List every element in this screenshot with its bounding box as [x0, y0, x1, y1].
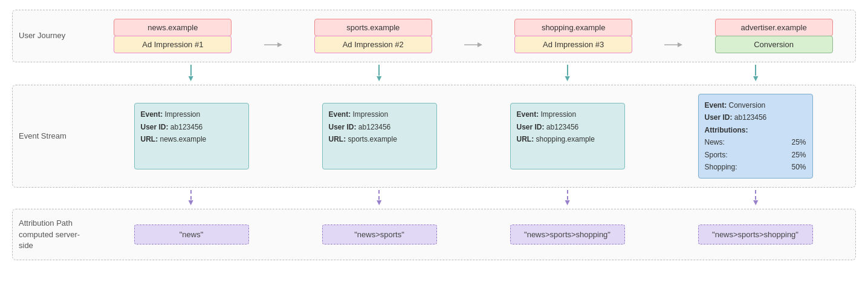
journey-impression-2: Ad Impression #2 [314, 36, 432, 53]
purple-vert-3: ▼ [567, 190, 568, 206]
event-line-2: Event: Impression [329, 108, 430, 120]
main-diagram: User Journey news.example Ad Impression … [0, 0, 868, 270]
purple-arrow-2: ▼ [375, 198, 383, 206]
journey-impression-1: Ad Impression #1 [114, 36, 232, 53]
event-box-1: Event: Impression User ID: ab123456 URL:… [134, 103, 249, 169]
svg-marker-5 [678, 42, 682, 47]
journey-item-4: advertiser.example Conversion [710, 19, 837, 53]
userid-line-1: User ID: ab123456 [141, 121, 242, 133]
journey-site-3: shopping.example [514, 19, 632, 36]
event-stream-row: Event Stream Event: Impression User ID: … [12, 85, 856, 188]
teal-vert-1: ▼ [190, 65, 192, 82]
journey-conversion-4: Conversion [715, 36, 833, 53]
event-line-4: Event: Conversion [705, 99, 806, 111]
teal-vert-2: ▼ [378, 65, 380, 82]
teal-conn-1: ▼ [128, 65, 254, 82]
teal-vert-3: ▼ [567, 65, 568, 82]
teal-arrow-2: ▼ [375, 74, 383, 82]
purple-conn-2: ▼ [316, 190, 442, 206]
event-items: Event: Impression User ID: ab123456 URL:… [97, 94, 849, 179]
purple-vert-2: ▼ [378, 190, 380, 206]
purple-conn-4: ▼ [692, 190, 819, 206]
purple-arrow-4: ▼ [751, 198, 760, 206]
teal-vert-4: ▼ [755, 65, 756, 82]
teal-conn-2: ▼ [316, 65, 442, 82]
event-box-2: Event: Impression User ID: ab123456 URL:… [322, 103, 437, 169]
path-box-3: "news>sports>shopping" [510, 225, 625, 244]
userid-line-3: User ID: ab123456 [517, 121, 618, 133]
path-items: "news" "news>sports" "news>sports>shoppi… [97, 218, 849, 251]
svg-marker-1 [277, 42, 282, 47]
purple-arrow-1: ▼ [187, 198, 195, 206]
journey-site-2: sports.example [314, 19, 432, 36]
url-line-2: URL: sports.example [329, 133, 430, 145]
journey-site-1: news.example [114, 19, 232, 36]
user-journey-label: User Journey [19, 19, 97, 53]
purple-conn-3: ▼ [504, 190, 631, 206]
purple-vert-1: ▼ [190, 190, 192, 206]
attr-news: News: 25% [705, 136, 806, 148]
journey-item-1: news.example Ad Impression #1 [109, 19, 236, 53]
event-box-3: Event: Impression User ID: ab123456 URL:… [510, 103, 625, 169]
h-arrow-2 [461, 41, 486, 49]
teal-conn-4: ▼ [692, 65, 819, 82]
teal-arrow-3: ▼ [563, 74, 572, 82]
journey-impression-3: Ad Impression #3 [514, 36, 632, 53]
teal-connector-row: ▼ ▼ ▼ ▼ [12, 62, 856, 85]
attr-sports: Sports: 25% [705, 149, 806, 161]
teal-arrow-4: ▼ [751, 74, 760, 82]
event-box-4: Event: Conversion User ID: ab123456 Attr… [698, 94, 813, 179]
path-box-2: "news>sports" [322, 225, 437, 244]
journey-items: news.example Ad Impression #1 sports.exa… [97, 19, 849, 53]
event-line-3: Event: Impression [517, 108, 618, 120]
teal-conn-3: ▼ [504, 65, 631, 82]
attribution-path-row: Attribution Path computed server-side "n… [12, 209, 856, 260]
attribution-path-label: Attribution Path computed server-side [19, 218, 97, 251]
event-stream-label: Event Stream [19, 94, 97, 179]
purple-conn-1: ▼ [128, 190, 254, 206]
path-box-4: "news>sports>shopping" [698, 225, 813, 244]
attr-shopping: Shopping: 50% [705, 161, 806, 173]
journey-item-2: sports.example Ad Impression #2 [309, 19, 436, 53]
attr-label: Attributions: [705, 124, 806, 136]
url-line-3: URL: shopping.example [517, 133, 618, 145]
url-line-1: URL: news.example [141, 133, 242, 145]
journey-item-3: shopping.example Ad Impression #3 [510, 19, 637, 53]
svg-marker-3 [478, 42, 482, 47]
h-arrow-3 [661, 41, 686, 49]
purple-arrow-3: ▼ [563, 198, 572, 206]
h-arrow-1 [261, 41, 286, 49]
user-journey-row: User Journey news.example Ad Impression … [12, 10, 856, 62]
path-box-1: "news" [134, 225, 249, 244]
event-line-1: Event: Impression [141, 108, 242, 120]
userid-line-4: User ID: ab123456 [705, 111, 806, 123]
purple-connector-row: ▼ ▼ ▼ ▼ [12, 188, 856, 209]
journey-site-4: advertiser.example [715, 19, 833, 36]
purple-vert-4: ▼ [755, 190, 756, 206]
userid-line-2: User ID: ab123456 [329, 121, 430, 133]
teal-arrow-1: ▼ [187, 74, 195, 82]
